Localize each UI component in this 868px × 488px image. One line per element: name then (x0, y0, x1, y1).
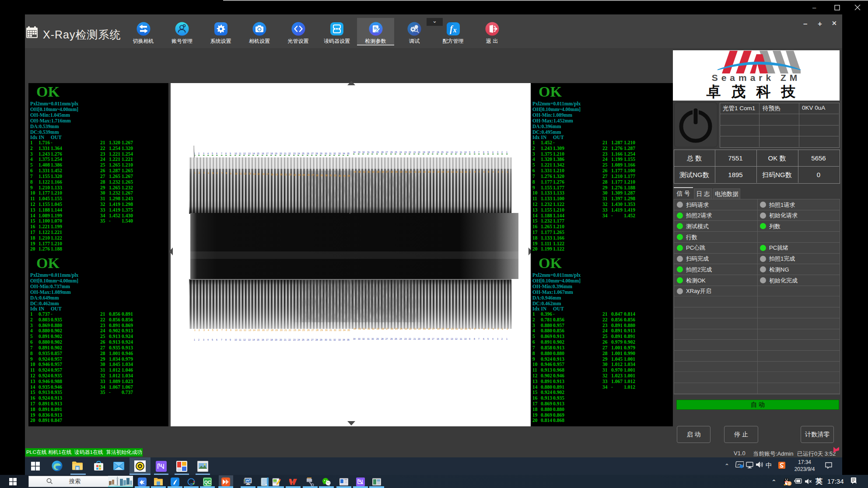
svg-text:16: 16 (437, 151, 439, 153)
svg-text:29: 29 (320, 329, 323, 331)
svg-text:16: 16 (437, 328, 440, 330)
svg-text:8: 8 (226, 172, 227, 174)
svg-text:30: 30 (325, 152, 327, 155)
svg-text:16: 16 (262, 173, 265, 175)
svg-text:19: 19 (423, 328, 426, 330)
svg-text:4: 4 (493, 328, 494, 330)
svg-text:12: 12 (243, 338, 246, 341)
svg-text:8: 8 (225, 338, 227, 341)
svg-text:2: 2 (501, 151, 503, 153)
svg-text:8: 8 (474, 338, 475, 340)
svg-text:23: 23 (293, 338, 296, 341)
svg-text:16: 16 (262, 152, 264, 155)
svg-text:25: 25 (395, 171, 398, 173)
svg-text:2: 2 (502, 328, 503, 330)
svg-text:QC: QC (204, 480, 211, 485)
svg-text:22: 22 (409, 328, 412, 330)
svg-text:5: 5 (488, 328, 489, 330)
svg-text:15: 15 (441, 151, 444, 153)
svg-text:26: 26 (390, 151, 393, 153)
svg-text:8: 8 (225, 152, 227, 155)
svg-text:28: 28 (315, 152, 318, 155)
svg-text:30: 30 (371, 151, 374, 153)
svg-text:31: 31 (368, 328, 370, 330)
svg-text:4: 4 (208, 329, 209, 331)
svg-text:23: 23 (294, 174, 296, 176)
svg-text:10: 10 (465, 171, 467, 173)
svg-text:24: 24 (298, 329, 301, 331)
svg-text:5: 5 (487, 151, 489, 153)
svg-text:20: 20 (418, 328, 421, 330)
svg-text:14: 14 (252, 338, 255, 341)
svg-text:24: 24 (298, 152, 300, 155)
svg-text:6: 6 (483, 171, 485, 173)
svg-text:22: 22 (289, 329, 291, 331)
svg-text:13: 13 (451, 328, 454, 330)
svg-text:27: 27 (311, 338, 314, 341)
svg-text:11: 11 (460, 328, 463, 330)
svg-text:26: 26 (307, 329, 310, 331)
svg-text:13: 13 (451, 338, 453, 340)
svg-text:10: 10 (234, 338, 237, 341)
svg-text:2: 2 (199, 329, 200, 331)
svg-text:34: 34 (343, 329, 346, 331)
svg-text:14: 14 (253, 173, 256, 175)
svg-text:33: 33 (339, 174, 341, 177)
svg-text:1: 1 (194, 338, 195, 341)
svg-text:3: 3 (497, 171, 499, 173)
svg-text:1: 1 (194, 171, 196, 174)
svg-text:21: 21 (284, 152, 287, 155)
svg-text:12: 12 (243, 152, 246, 155)
svg-text:21: 21 (284, 329, 287, 331)
svg-text:27: 27 (386, 328, 388, 330)
svg-text:20: 20 (280, 329, 283, 331)
svg-text:17: 17 (266, 338, 269, 341)
svg-text:3: 3 (497, 338, 498, 340)
svg-text:21: 21 (414, 171, 416, 173)
svg-text:25: 25 (302, 329, 305, 331)
svg-text:26: 26 (391, 328, 393, 330)
svg-text:21: 21 (413, 151, 416, 153)
svg-text:16: 16 (437, 171, 440, 173)
svg-text:18: 18 (271, 173, 273, 176)
svg-text:9: 9 (230, 329, 231, 331)
svg-text:23: 23 (405, 328, 407, 330)
svg-text:12: 12 (455, 171, 458, 173)
svg-text:29: 29 (376, 338, 379, 340)
svg-text:31: 31 (329, 174, 332, 177)
svg-text:33: 33 (358, 151, 360, 153)
svg-text:32: 32 (334, 174, 336, 177)
svg-text:27: 27 (385, 151, 388, 153)
svg-text:2: 2 (198, 152, 200, 155)
svg-text:3: 3 (497, 328, 499, 330)
svg-text:12: 12 (455, 338, 458, 340)
svg-text:28: 28 (316, 329, 318, 331)
svg-text:19: 19 (423, 151, 425, 153)
svg-text:6: 6 (217, 329, 218, 331)
svg-text:29: 29 (320, 174, 323, 177)
svg-text:18: 18 (427, 151, 430, 153)
svg-text:2: 2 (501, 338, 503, 340)
svg-text:13: 13 (451, 171, 454, 173)
svg-text:5: 5 (488, 171, 489, 173)
svg-text:7: 7 (221, 338, 222, 341)
svg-text:8: 8 (474, 328, 476, 330)
svg-text:33: 33 (358, 171, 361, 173)
svg-text:22: 22 (288, 152, 291, 155)
svg-text:14: 14 (446, 328, 449, 330)
svg-text:21: 21 (414, 328, 416, 330)
svg-text:3: 3 (203, 338, 204, 341)
svg-text:19: 19 (423, 171, 426, 173)
svg-text:35: 35 (347, 329, 350, 331)
svg-text:28: 28 (315, 338, 318, 341)
svg-text:33: 33 (338, 152, 341, 155)
svg-text:8: 8 (474, 171, 476, 173)
svg-text:25: 25 (395, 328, 398, 330)
svg-text:32: 32 (362, 151, 365, 153)
svg-text:3: 3 (203, 152, 204, 155)
svg-text:18: 18 (427, 338, 430, 340)
svg-text:11: 11 (239, 152, 241, 155)
svg-text:24: 24 (400, 171, 402, 173)
svg-text:4: 4 (207, 152, 209, 155)
svg-text:7: 7 (479, 328, 480, 330)
